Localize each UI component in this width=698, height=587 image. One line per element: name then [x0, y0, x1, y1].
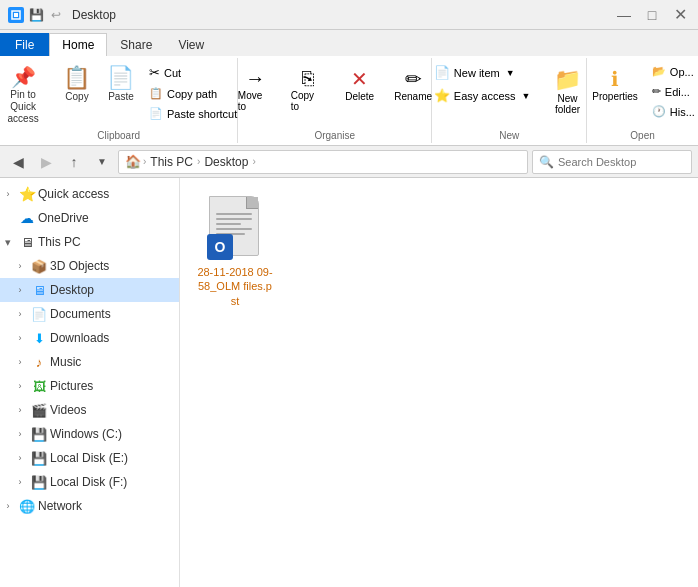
- sidebar-item-3d-objects[interactable]: › 📦 3D Objects: [0, 254, 179, 278]
- file-item-pst[interactable]: O 28-11-2018 09-58_OLM files.pst: [190, 188, 280, 315]
- sidebar-label-local-e: Local Disk (E:): [50, 451, 128, 465]
- pin-to-quick-access-button[interactable]: 📌 Pin to Quick access: [0, 62, 51, 130]
- sidebar-label-this-pc: This PC: [38, 235, 81, 249]
- new-item-icon: 📄: [434, 65, 450, 80]
- copy-button[interactable]: 📋 Copy: [56, 62, 98, 139]
- clipboard-small-col: ✂ Cut 📋 Copy path 📄 Paste shortcut: [144, 62, 242, 139]
- properties-button[interactable]: ℹ Properties: [585, 62, 645, 107]
- sidebar-item-this-pc[interactable]: ▾ 🖥 This PC: [0, 230, 179, 254]
- svg-rect-1: [14, 13, 18, 17]
- paste-shortcut-button[interactable]: 📄 Paste shortcut: [144, 104, 242, 123]
- sidebar-item-quick-access[interactable]: › ⭐ Quick access: [0, 182, 179, 206]
- sidebar-item-desktop[interactable]: › 🖥 Desktop: [0, 278, 179, 302]
- expand-network: ›: [0, 501, 16, 511]
- expand-videos: ›: [12, 405, 28, 415]
- sidebar-label-documents: Documents: [50, 307, 111, 321]
- downloads-icon: ⬇: [30, 329, 48, 347]
- sidebar-label-quick-access: Quick access: [38, 187, 109, 201]
- path-sep-2: ›: [252, 156, 255, 167]
- sidebar-item-windows-c[interactable]: › 💾 Windows (C:): [0, 422, 179, 446]
- rename-icon: ✏: [405, 67, 422, 91]
- main-layout: › ⭐ Quick access ☁ OneDrive ▾ 🖥 This PC …: [0, 178, 698, 587]
- path-sep-1: ›: [197, 156, 200, 167]
- easy-access-button[interactable]: ⭐ Easy access ▼: [427, 85, 538, 106]
- sidebar-label-onedrive: OneDrive: [38, 211, 89, 225]
- save-icon[interactable]: 💾: [28, 7, 44, 23]
- cut-label: Cut: [164, 67, 181, 79]
- tab-view[interactable]: View: [165, 33, 217, 56]
- sidebar-label-network: Network: [38, 499, 82, 513]
- history-button[interactable]: 🕐 His...: [647, 102, 698, 121]
- local-f-icon: 💾: [30, 473, 48, 491]
- new-folder-icon: 📁: [554, 67, 581, 93]
- maximize-button[interactable]: □: [642, 5, 662, 25]
- edit-icon: ✏: [652, 85, 661, 98]
- copy-path-button[interactable]: 📋 Copy path: [144, 84, 242, 103]
- copy-to-label: Copy to: [291, 90, 325, 112]
- close-button[interactable]: ✕: [670, 5, 690, 25]
- new-label: New: [432, 130, 586, 141]
- organise-row: → Move to ⎘ Copy to ✕ Delete ✏ Rename: [231, 62, 439, 117]
- doc-corner: [246, 197, 258, 209]
- move-to-button[interactable]: → Move to: [231, 62, 280, 117]
- cut-icon: ✂: [149, 65, 160, 80]
- copy-icon: 📋: [63, 67, 90, 89]
- edit-label: Edi...: [665, 86, 690, 98]
- open-label: Open: [587, 130, 698, 141]
- path-desktop[interactable]: Desktop: [202, 155, 250, 169]
- ribbon: 📌 Pin to Quick access 📋 Copy 📄 Paste ✂ C…: [0, 56, 698, 146]
- sidebar-item-downloads[interactable]: › ⬇ Downloads: [0, 326, 179, 350]
- organise-label: Organise: [238, 130, 431, 141]
- tab-file[interactable]: File: [0, 33, 49, 56]
- sidebar-item-local-f[interactable]: › 💾 Local Disk (F:): [0, 470, 179, 494]
- history-label: His...: [670, 106, 695, 118]
- expand-local-f: ›: [12, 477, 28, 487]
- easy-access-arrow: ▼: [522, 91, 531, 101]
- copy-to-button[interactable]: ⎘ Copy to: [284, 62, 332, 117]
- minimize-button[interactable]: —: [614, 5, 634, 25]
- expand-3d-objects: ›: [12, 261, 28, 271]
- new-folder-label: Newfolder: [555, 93, 580, 115]
- search-icon: 🔍: [539, 155, 554, 169]
- sidebar-item-videos[interactable]: › 🎬 Videos: [0, 398, 179, 422]
- clipboard-items: 📌 Pin to Quick access 📋 Copy 📄 Paste ✂ C…: [0, 62, 242, 155]
- new-item-button[interactable]: 📄 New item ▼: [427, 62, 538, 83]
- sidebar-item-documents[interactable]: › 📄 Documents: [0, 302, 179, 326]
- title-bar-icons: 💾 ↩: [8, 7, 64, 23]
- search-input[interactable]: [558, 156, 685, 168]
- path-this-pc[interactable]: This PC: [148, 155, 195, 169]
- sidebar-item-pictures[interactable]: › 🖼 Pictures: [0, 374, 179, 398]
- onedrive-icon: ☁: [18, 209, 36, 227]
- tab-share[interactable]: Share: [107, 33, 165, 56]
- delete-button[interactable]: ✕ Delete: [336, 62, 384, 117]
- delete-label: Delete: [345, 91, 374, 102]
- paste-button[interactable]: 📄 Paste: [100, 62, 142, 139]
- new-item-arrow: ▼: [506, 68, 515, 78]
- properties-icon: ℹ: [611, 67, 619, 91]
- copy-path-label: Copy path: [167, 88, 217, 100]
- file-name-pst: 28-11-2018 09-58_OLM files.pst: [197, 265, 273, 308]
- tab-home[interactable]: Home: [49, 33, 107, 56]
- open-icon: 📂: [652, 65, 666, 78]
- cut-button[interactable]: ✂ Cut: [144, 62, 242, 83]
- sidebar-item-music[interactable]: › ♪ Music: [0, 350, 179, 374]
- search-box[interactable]: 🔍: [532, 150, 692, 174]
- documents-icon: 📄: [30, 305, 48, 323]
- pin-label: Pin to Quick access: [2, 89, 44, 125]
- sidebar-item-onedrive[interactable]: ☁ OneDrive: [0, 206, 179, 230]
- sidebar-item-network[interactable]: › 🌐 Network: [0, 494, 179, 518]
- title-bar: 💾 ↩ Desktop — □ ✕: [0, 0, 698, 30]
- path-sep-0: ›: [143, 156, 146, 167]
- pictures-icon: 🖼: [30, 377, 48, 395]
- network-icon: 🌐: [18, 497, 36, 515]
- sidebar-item-local-e[interactable]: › 💾 Local Disk (E:): [0, 446, 179, 470]
- sidebar-label-local-f: Local Disk (F:): [50, 475, 127, 489]
- expand-pictures: ›: [12, 381, 28, 391]
- undo-icon[interactable]: ↩: [48, 7, 64, 23]
- expand-this-pc: ▾: [0, 236, 16, 249]
- edit-button[interactable]: ✏ Edi...: [647, 82, 698, 101]
- copy-path-icon: 📋: [149, 87, 163, 100]
- open-button[interactable]: 📂 Op...: [647, 62, 698, 81]
- easy-access-icon: ⭐: [434, 88, 450, 103]
- ribbon-group-organise: → Move to ⎘ Copy to ✕ Delete ✏ Rename Or…: [238, 58, 432, 143]
